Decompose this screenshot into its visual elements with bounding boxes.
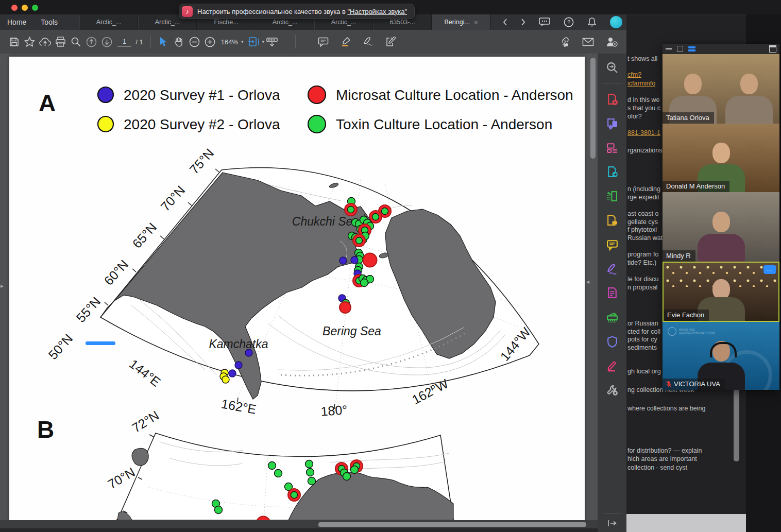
acrobat-window-bottom [0,528,626,532]
zoom-in-icon[interactable] [202,34,218,49]
note-text-fragment: n proposal [627,284,657,291]
page-number-input[interactable]: 1 [117,37,131,47]
participant-name: Tatiana Orlova [663,112,714,124]
video-call-window: Tatiana OrlovaDonald M AndersonMindy R··… [663,44,779,390]
svg-text:70°N: 70°N [158,183,188,214]
svg-text:Kamchatka: Kamchatka [209,337,268,351]
user-avatar[interactable] [610,16,622,28]
pdf-page: 75°N70°N65°N60°N55°N50°N 144°E162°E180°1… [9,57,585,520]
doc-tab-0[interactable]: Arctic_... [79,14,138,30]
favorite-star-icon[interactable] [22,34,37,49]
more-tools-icon[interactable] [603,381,621,399]
svg-text:144°E: 144°E [127,356,163,389]
open-tools-pane-icon[interactable] [607,520,617,527]
organize-pages-icon[interactable] [603,139,621,157]
hand-tool-icon[interactable] [172,34,187,49]
participant-tile-2[interactable]: Mindy R [663,192,779,262]
note-text-fragment: sediments [627,344,657,351]
svg-text:75°N: 75°N [186,146,216,177]
doc-tab-6[interactable]: Beringi...× [432,14,490,30]
vc-minimize-icon[interactable] [666,48,672,49]
print-icon[interactable] [53,34,68,49]
email-icon[interactable] [580,34,596,49]
page-display-icon[interactable] [264,34,280,49]
legend-marker-1 [98,116,113,132]
add-person-icon[interactable] [604,34,619,49]
cloud-upload-icon[interactable] [37,34,53,49]
maximize-window-button[interactable] [32,5,38,11]
participant-tile-4[interactable]: WOODS HOLE OCEANOGRAPHIC INSTITUTION VIC… [663,322,779,390]
pdf-horizontal-scrollbar[interactable] [318,522,586,527]
left-panel-expand-icon[interactable]: ▸ [1,282,4,289]
notifications-bell-icon[interactable] [587,17,597,27]
note-text-fragment: rganizations [627,147,662,154]
zoom-caret-icon[interactable]: ▾ [241,39,244,44]
tools-panel-collapse-icon[interactable]: ◂ [586,278,589,285]
next-tab-icon[interactable] [521,19,525,26]
svg-text:Bering Sea: Bering Sea [322,324,381,338]
close-tab-icon[interactable]: × [474,19,478,26]
note-text-fragment: f phytotoxi [627,226,657,233]
prev-tab-icon[interactable] [503,19,507,26]
note-text-fragment: program fo [627,251,658,258]
help-icon[interactable]: ? [564,17,574,27]
participant-name: Evie Fachon [664,310,709,321]
fill-sign-icon[interactable] [603,260,621,278]
select-tool-icon[interactable] [156,34,172,49]
close-window-button[interactable] [11,5,18,11]
comment-tool-icon[interactable] [603,236,621,253]
note-link-fragment[interactable]: icfarminfo [627,80,655,87]
next-page-icon[interactable] [99,34,114,49]
export-pdf-icon[interactable] [603,163,621,181]
pdf-vertical-scrollbar[interactable] [590,58,596,159]
acrobat-window: Home Tools Arctic_...Arctic_...Fische...… [0,14,626,532]
participant-name: VICTORIA UVA [663,379,725,390]
highlight-icon[interactable] [338,34,353,49]
participant-tile-3[interactable]: ···Evie Fachon [663,262,779,322]
participant-tile-1[interactable]: Donald M Anderson [663,124,779,192]
sound-settings-link[interactable]: "Настройках звука" [347,8,407,15]
sign-icon[interactable] [361,34,376,49]
fit-width-icon[interactable] [246,34,262,49]
sound-settings-notification[interactable]: ♪ Настроить профессиональное качество зв… [179,4,415,19]
edit-pdf-icon[interactable] [603,187,621,205]
create-pdf-icon[interactable] [603,91,621,108]
vc-window-icon[interactable] [677,46,683,52]
participant-tiles: Tatiana OrlovaDonald M AndersonMindy R··… [663,54,779,390]
tile-options-button[interactable]: ··· [763,265,776,274]
note-text-fragment: where collections are being [627,405,705,412]
svg-text:72°N: 72°N [129,408,161,435]
tab-tools[interactable]: Tools [33,14,65,30]
search-tools-icon[interactable] [603,59,621,76]
scan-ocr-icon[interactable] [603,308,621,326]
note-text-fragment: le for discu [627,276,658,283]
vc-gallery-view-icon[interactable] [688,46,695,52]
save-icon[interactable] [6,34,22,49]
note-link-fragment[interactable]: cfm? [627,71,641,78]
vc-popout-icon[interactable] [769,45,776,53]
tab-home[interactable]: Home [0,14,33,30]
legend-label-2: Microsat Culture Location - Anderson [336,87,573,103]
video-call-titlebar [663,44,779,54]
zoom-level-value[interactable]: 164% [221,38,238,46]
prepare-form-icon[interactable] [603,284,621,302]
previous-page-icon[interactable] [83,34,99,49]
share-link-icon[interactable] [556,34,572,49]
redact-icon[interactable] [603,357,621,374]
note-link-fragment[interactable]: 881-3801-1 [627,129,660,136]
comment-icon[interactable] [315,34,331,49]
fill-sign-icon[interactable] [383,34,399,49]
svg-text:50°N: 50°N [45,331,75,362]
combine-files-icon[interactable] [603,115,621,132]
minimize-window-button[interactable] [22,5,28,11]
feedback-chat-icon[interactable] [539,18,550,27]
protect-icon[interactable] [603,333,621,350]
note-text-fragment: hich areas are important [627,455,697,462]
note-text-fragment: n (including [627,185,660,193]
participant-tile-0[interactable]: Tatiana Orlova [663,54,779,124]
legend-marker-3 [308,115,326,133]
search-icon[interactable] [68,34,83,49]
note-text-fragment: s that you c [627,105,660,112]
share-review-icon[interactable] [603,212,621,229]
zoom-out-icon[interactable] [187,34,202,49]
